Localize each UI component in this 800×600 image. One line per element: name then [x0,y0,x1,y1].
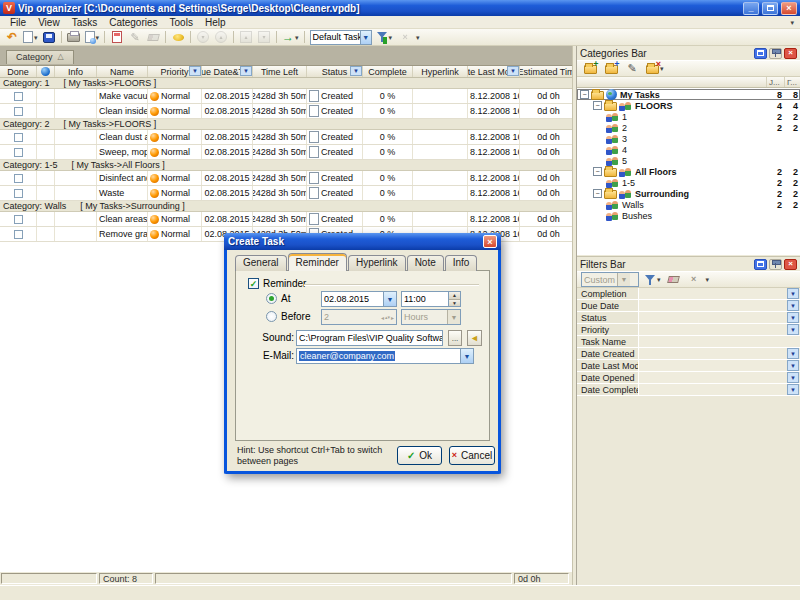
column-header-complete[interactable]: Complete [363,66,413,77]
done-checkbox[interactable] [14,107,23,116]
task-row-clean-dust-and[interactable]: Clean dust andNormal02.08.20152428d 3h 5… [0,130,572,145]
column-header-done[interactable]: Done [0,66,37,77]
dialog-title-bar[interactable]: Create Task × [224,233,501,250]
cell-done[interactable] [0,212,37,226]
chevron-down-icon[interactable]: ▼ [360,31,370,44]
cell-done[interactable] [0,145,37,159]
tree-expander[interactable]: − [580,90,589,99]
clear-filter-button[interactable] [665,272,683,288]
export-button[interactable]: →▾ [280,29,301,45]
chevron-down-icon[interactable]: ▼ [460,349,473,363]
tree-item-1-5[interactable]: 1-522 [577,177,800,188]
filter-dropdown-icon[interactable]: ▼ [507,66,519,76]
filter-dropdown-icon[interactable]: ▼ [240,66,252,76]
sound-path-input[interactable]: C:\Program Files\VIP Quality Software\VI… [296,330,443,346]
column-header-status[interactable]: Status▼ [307,66,363,77]
new-task-button[interactable] [108,29,126,45]
column-header-last-modified[interactable]: te Last Modif▼ [468,66,520,77]
filter-value[interactable]: ▼ [639,384,800,395]
column-header-due-date[interactable]: ue Date&Tim▼ [202,66,253,77]
group-by-category-chip[interactable]: Category △ [6,50,74,64]
menu-view[interactable]: View [32,17,66,28]
menu-categories[interactable]: Categories [103,17,163,28]
tree-item-surrounding[interactable]: −Surrounding22 [577,188,800,199]
tree-expander[interactable]: − [593,189,602,198]
menu-help[interactable]: Help [199,17,232,28]
menu-file[interactable]: File [4,17,32,28]
minimize-button[interactable]: _ [743,2,759,15]
move-down-button[interactable]: ▾ [255,29,273,45]
filter-dropdown-icon[interactable]: ▼ [787,324,799,335]
column-header-info[interactable]: Info [55,66,97,77]
filter-dropdown-icon[interactable]: ▼ [787,300,799,311]
filter-value[interactable]: ▼ [639,360,800,371]
browse-sound-button[interactable]: ... [448,330,462,346]
done-checkbox[interactable] [14,133,23,142]
email-combo[interactable]: cleaner@company.com ▼ [296,348,474,364]
filter-dropdown-icon[interactable]: ▼ [787,360,799,371]
delete-category-button[interactable]: ▾ [644,61,666,77]
done-checkbox[interactable] [14,189,23,198]
apply-filter-button[interactable]: ▾ [642,272,663,288]
filter-dropdown-icon[interactable]: ▼ [189,66,201,76]
close-button[interactable]: × [781,2,797,15]
delete-task-button[interactable] [144,29,162,45]
task-view-combo[interactable]: Default Task V ▼ [310,30,372,45]
restore-button[interactable] [762,2,778,15]
tab-info[interactable]: Info [445,255,478,271]
cancel-button[interactable]: × Cancel [449,446,495,465]
tree-item-4[interactable]: 4 [577,144,800,155]
at-radio[interactable] [266,293,277,304]
spin-up-icon[interactable]: ▲ [449,292,460,300]
filter-value[interactable]: ▼ [639,288,800,299]
tab-general[interactable]: General [235,255,287,271]
filter-preset-combo[interactable]: Custom ▼ [581,272,639,287]
filter-value[interactable]: ▼ [639,348,800,359]
tree-item-walls[interactable]: Walls22 [577,199,800,210]
filter-value[interactable]: ▼ [639,372,800,383]
reopen-task-button[interactable]: ▴ [212,29,230,45]
tree-item-bushes[interactable]: Bushes [577,210,800,221]
tree-item-2[interactable]: 222 [577,122,800,133]
done-checkbox[interactable] [14,215,23,224]
column-header-name[interactable]: Name [97,66,148,77]
task-row-sweep-mop[interactable]: Sweep, mopNormal02.08.20152428d 3h 50mCr… [0,145,572,160]
categories-restore-button[interactable] [754,48,767,59]
filter-dropdown-icon[interactable]: ▼ [350,66,362,76]
filter-dropdown-icon[interactable]: ▼ [787,348,799,359]
spin-down-icon[interactable]: ▼ [449,300,460,307]
move-up-button[interactable]: ▴ [237,29,255,45]
filters-restore-button[interactable] [754,259,767,270]
filter-dropdown-icon[interactable]: ▼ [787,288,799,299]
tab-note[interactable]: Note [407,255,444,271]
filter-value[interactable]: ▼ [639,312,800,323]
menu-tools[interactable]: Tools [164,17,199,28]
filter-value[interactable] [639,336,800,347]
task-row-clean-areas[interactable]: Clean areasNormal02.08.20152428d 3h 50mC… [0,212,572,227]
tree-item-floors[interactable]: −FLOORS44 [577,100,800,111]
filter-value[interactable]: ▼ [639,324,800,335]
tree-expander[interactable]: − [593,167,602,176]
done-checkbox[interactable] [14,148,23,157]
tree-item-1[interactable]: 122 [577,111,800,122]
print-preview-button[interactable]: ▾ [83,29,102,45]
done-checkbox[interactable] [14,174,23,183]
task-row-make-vacuum[interactable]: Make vacuumNormal02.08.20152428d 3h 50mC… [0,89,572,104]
column-header-hyperlink[interactable]: Hyperlink [413,66,468,77]
filters-close-button[interactable]: × [784,259,797,270]
task-row-disinfect-and[interactable]: Disinfect andNormal02.08.20152428d 3h 50… [0,171,572,186]
before-radio[interactable] [266,311,277,322]
filters-overflow-icon[interactable]: ▾ [706,276,710,283]
tree-item-3[interactable]: 3 [577,133,800,144]
cell-done[interactable] [0,104,37,118]
chevron-down-icon[interactable]: ▼ [383,292,396,306]
tree-item-5[interactable]: 5 [577,155,800,166]
complete-task-button[interactable]: ▾ [194,29,212,45]
column-header-time-left[interactable]: Time Left [253,66,307,77]
edit-category-button[interactable]: ✎ [623,61,641,77]
cell-done[interactable] [0,130,37,144]
ok-button[interactable]: ✓ Ok [397,446,442,465]
categories-close-button[interactable]: × [784,48,797,59]
tab-hyperlink[interactable]: Hyperlink [348,255,406,271]
tree-expander[interactable]: − [593,101,602,110]
